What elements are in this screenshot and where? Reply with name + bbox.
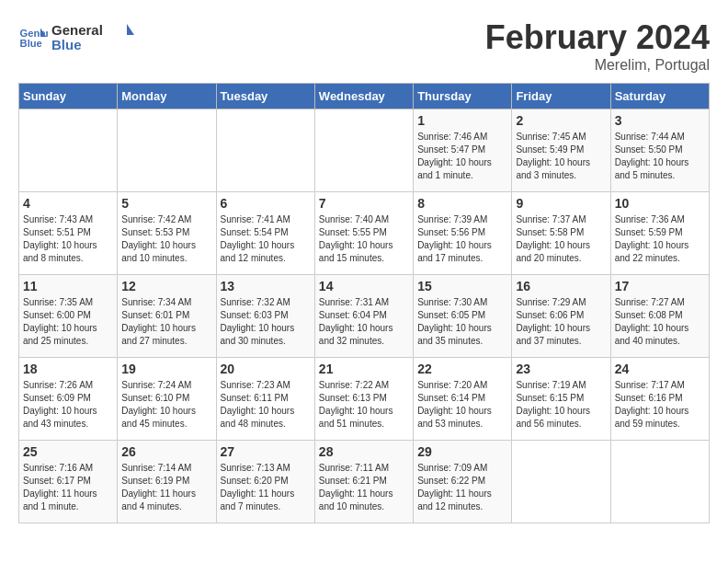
calendar-cell: 8Sunrise: 7:39 AM Sunset: 5:56 PM Daylig… — [414, 192, 512, 275]
calendar-cell: 23Sunrise: 7:19 AM Sunset: 6:15 PM Dayli… — [512, 358, 610, 441]
day-number: 2 — [516, 113, 606, 128]
svg-text:General: General — [51, 22, 103, 38]
day-info: Sunrise: 7:19 AM Sunset: 6:15 PM Dayligh… — [516, 379, 606, 431]
day-number: 16 — [516, 279, 606, 293]
day-number: 22 — [417, 362, 507, 376]
calendar-cell: 20Sunrise: 7:23 AM Sunset: 6:11 PM Dayli… — [216, 358, 314, 441]
calendar-cell: 24Sunrise: 7:17 AM Sunset: 6:16 PM Dayli… — [610, 358, 709, 441]
day-info: Sunrise: 7:24 AM Sunset: 6:10 PM Dayligh… — [121, 379, 211, 431]
day-info: Sunrise: 7:20 AM Sunset: 6:14 PM Dayligh… — [417, 379, 507, 431]
calendar-cell: 15Sunrise: 7:30 AM Sunset: 6:05 PM Dayli… — [414, 275, 512, 358]
day-info: Sunrise: 7:36 AM Sunset: 5:59 PM Dayligh… — [615, 213, 705, 265]
day-number: 13 — [221, 279, 311, 293]
day-number: 23 — [516, 362, 606, 376]
col-thursday: Thursday — [414, 84, 512, 109]
day-info: Sunrise: 7:14 AM Sunset: 6:19 PM Dayligh… — [121, 462, 211, 513]
day-number: 18 — [23, 362, 113, 376]
calendar-cell: 12Sunrise: 7:34 AM Sunset: 6:01 PM Dayli… — [118, 275, 216, 358]
day-info: Sunrise: 7:45 AM Sunset: 5:49 PM Dayligh… — [516, 131, 606, 182]
col-wednesday: Wednesday — [314, 84, 413, 109]
day-number: 27 — [221, 444, 311, 459]
day-number: 6 — [221, 196, 311, 211]
day-info: Sunrise: 7:27 AM Sunset: 6:08 PM Dayligh… — [615, 296, 705, 348]
day-info: Sunrise: 7:46 AM Sunset: 5:47 PM Dayligh… — [417, 131, 507, 182]
page-header: General Blue General Blue February 2024 … — [18, 18, 710, 74]
day-number: 3 — [615, 113, 705, 128]
day-info: Sunrise: 7:39 AM Sunset: 5:56 PM Dayligh… — [417, 213, 507, 265]
title-block: February 2024 Merelim, Portugal — [485, 18, 710, 74]
day-info: Sunrise: 7:32 AM Sunset: 6:03 PM Dayligh… — [221, 296, 311, 348]
day-number: 24 — [615, 362, 705, 376]
month-title: February 2024 — [485, 18, 710, 57]
day-number: 28 — [319, 444, 409, 459]
calendar-cell: 28Sunrise: 7:11 AM Sunset: 6:21 PM Dayli… — [314, 441, 413, 523]
day-number: 26 — [121, 444, 211, 459]
day-number: 10 — [615, 196, 705, 211]
day-info: Sunrise: 7:17 AM Sunset: 6:16 PM Dayligh… — [615, 379, 705, 431]
day-info: Sunrise: 7:13 AM Sunset: 6:20 PM Dayligh… — [221, 462, 311, 513]
calendar-cell: 18Sunrise: 7:26 AM Sunset: 6:09 PM Dayli… — [19, 358, 118, 441]
logo: General Blue General Blue — [18, 18, 134, 55]
calendar-cell: 11Sunrise: 7:35 AM Sunset: 6:00 PM Dayli… — [19, 275, 118, 358]
calendar-week-1: 1Sunrise: 7:46 AM Sunset: 5:47 PM Daylig… — [19, 109, 710, 192]
calendar-cell: 9Sunrise: 7:37 AM Sunset: 5:58 PM Daylig… — [512, 192, 610, 275]
calendar-cell: 13Sunrise: 7:32 AM Sunset: 6:03 PM Dayli… — [216, 275, 314, 358]
day-number: 9 — [516, 196, 606, 211]
calendar-cell: 29Sunrise: 7:09 AM Sunset: 6:22 PM Dayli… — [414, 441, 512, 523]
calendar-cell: 27Sunrise: 7:13 AM Sunset: 6:20 PM Dayli… — [216, 441, 314, 523]
calendar-cell: 25Sunrise: 7:16 AM Sunset: 6:17 PM Dayli… — [19, 441, 118, 523]
calendar-cell: 2Sunrise: 7:45 AM Sunset: 5:49 PM Daylig… — [512, 109, 610, 192]
calendar-cell: 6Sunrise: 7:41 AM Sunset: 5:54 PM Daylig… — [216, 192, 314, 275]
calendar-cell: 7Sunrise: 7:40 AM Sunset: 5:55 PM Daylig… — [314, 192, 413, 275]
day-info: Sunrise: 7:44 AM Sunset: 5:50 PM Dayligh… — [615, 131, 705, 182]
svg-text:Blue: Blue — [51, 37, 82, 52]
day-number: 29 — [417, 444, 507, 459]
calendar-cell: 10Sunrise: 7:36 AM Sunset: 5:59 PM Dayli… — [610, 192, 709, 275]
header-row: Sunday Monday Tuesday Wednesday Thursday… — [19, 84, 710, 109]
day-info: Sunrise: 7:42 AM Sunset: 5:53 PM Dayligh… — [121, 213, 211, 265]
day-info: Sunrise: 7:41 AM Sunset: 5:54 PM Dayligh… — [221, 213, 311, 265]
day-info: Sunrise: 7:23 AM Sunset: 6:11 PM Dayligh… — [221, 379, 311, 431]
day-info: Sunrise: 7:29 AM Sunset: 6:06 PM Dayligh… — [516, 296, 606, 348]
day-number: 4 — [23, 196, 113, 211]
day-number: 12 — [121, 279, 211, 293]
calendar-cell: 19Sunrise: 7:24 AM Sunset: 6:10 PM Dayli… — [118, 358, 216, 441]
day-info: Sunrise: 7:43 AM Sunset: 5:51 PM Dayligh… — [23, 213, 113, 265]
day-number: 8 — [417, 196, 507, 211]
day-info: Sunrise: 7:40 AM Sunset: 5:55 PM Dayligh… — [319, 213, 409, 265]
calendar-cell — [19, 109, 118, 192]
day-number: 11 — [23, 279, 113, 293]
day-number: 17 — [615, 279, 705, 293]
day-number: 15 — [417, 279, 507, 293]
calendar-cell: 22Sunrise: 7:20 AM Sunset: 6:14 PM Dayli… — [414, 358, 512, 441]
day-info: Sunrise: 7:22 AM Sunset: 6:13 PM Dayligh… — [319, 379, 409, 431]
day-number: 7 — [319, 196, 409, 211]
calendar-week-4: 18Sunrise: 7:26 AM Sunset: 6:09 PM Dayli… — [19, 358, 710, 441]
day-number: 5 — [121, 196, 211, 211]
location-subtitle: Merelim, Portugal — [485, 57, 710, 74]
day-number: 19 — [121, 362, 211, 376]
day-info: Sunrise: 7:37 AM Sunset: 5:58 PM Dayligh… — [516, 213, 606, 265]
day-info: Sunrise: 7:16 AM Sunset: 6:17 PM Dayligh… — [23, 462, 113, 513]
col-tuesday: Tuesday — [216, 84, 314, 109]
calendar-week-5: 25Sunrise: 7:16 AM Sunset: 6:17 PM Dayli… — [19, 441, 710, 523]
day-info: Sunrise: 7:26 AM Sunset: 6:09 PM Dayligh… — [23, 379, 113, 431]
calendar-cell — [512, 441, 610, 523]
calendar-body: 1Sunrise: 7:46 AM Sunset: 5:47 PM Daylig… — [19, 109, 710, 523]
day-number: 14 — [319, 279, 409, 293]
day-number: 20 — [221, 362, 311, 376]
calendar-cell — [314, 109, 413, 192]
day-info: Sunrise: 7:09 AM Sunset: 6:22 PM Dayligh… — [417, 462, 507, 513]
svg-marker-5 — [127, 24, 134, 35]
day-number: 21 — [319, 362, 409, 376]
day-number: 1 — [417, 113, 507, 128]
calendar-header: Sunday Monday Tuesday Wednesday Thursday… — [19, 84, 710, 109]
calendar-table: Sunday Monday Tuesday Wednesday Thursday… — [18, 83, 710, 523]
logo-icon: General Blue — [18, 22, 48, 52]
calendar-cell — [118, 109, 216, 192]
calendar-cell: 17Sunrise: 7:27 AM Sunset: 6:08 PM Dayli… — [610, 275, 709, 358]
calendar-cell: 26Sunrise: 7:14 AM Sunset: 6:19 PM Dayli… — [118, 441, 216, 523]
svg-text:Blue: Blue — [20, 38, 42, 49]
day-number: 25 — [23, 444, 113, 459]
calendar-cell — [610, 441, 709, 523]
